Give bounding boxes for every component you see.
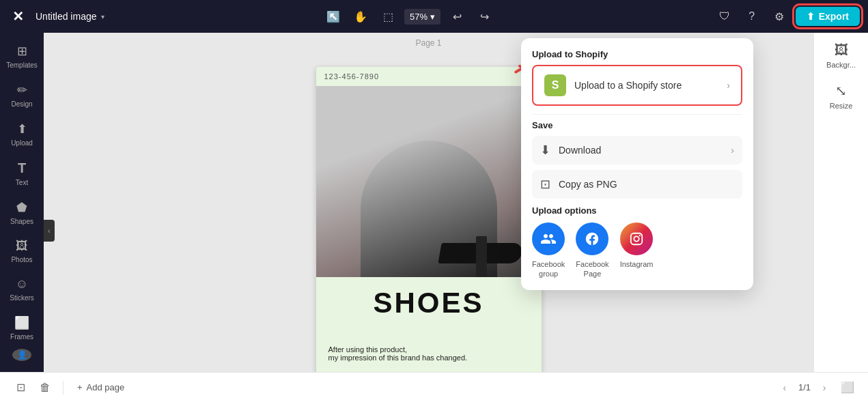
download-row[interactable]: ⬇ Download › — [532, 136, 742, 164]
thumbnail-view-button[interactable]: ⊡ — [11, 378, 30, 397]
sidebar-item-text[interactable]: T Text — [3, 155, 41, 192]
topbar: ✕ Untitled image ▾ ↖️ ✋ ⬚ 57% ▾ ↩ ↪ 🛡 ? … — [0, 0, 868, 33]
sidebar-item-upload[interactable]: ⬆ Upload — [3, 116, 41, 152]
sidebar-templates-label: Templates — [6, 61, 38, 69]
download-label: Download — [559, 145, 723, 156]
copy-png-label: Copy as PNG — [559, 179, 734, 190]
shapes-icon: ⬟ — [16, 200, 27, 215]
sidebar-item-templates[interactable]: ⊞ Templates — [3, 38, 41, 74]
add-page-button[interactable]: + Add page — [72, 379, 130, 395]
help-icon-button[interactable]: ? — [741, 5, 763, 27]
topbar-right: 🛡 ? ⚙ ⬆ Export — [714, 5, 860, 27]
shopify-logo-icon: S — [544, 74, 566, 96]
design-icon: ✏ — [17, 83, 27, 98]
sidebar-item-shapes[interactable]: ⬟ Shapes — [3, 195, 41, 231]
left-sidebar: ⊞ Templates ✏ Design ⬆ Upload T Text ⬟ S… — [0, 33, 44, 372]
sidebar-photos-label: Photos — [11, 256, 32, 263]
resize-icon: ⤡ — [835, 83, 847, 99]
phone-number: 123-456-7890 — [316, 67, 542, 86]
zoom-value: 57% — [410, 12, 428, 22]
prev-page-button[interactable]: ‹ — [776, 379, 793, 396]
user-avatar[interactable]: 👤 — [12, 349, 31, 361]
bottom-divider-1 — [63, 381, 64, 394]
sidebar-expand-button[interactable]: ‹ — [44, 220, 55, 242]
shoes-text: SHOES — [316, 287, 542, 319]
sidebar-text-label: Text — [16, 179, 28, 186]
design-canvas[interactable]: ++ 123-456-7890 SHOES After using this p… — [316, 67, 542, 372]
resize-label: Resize — [830, 102, 853, 110]
background-label: Backgr... — [826, 61, 856, 69]
upload-icon: ⬆ — [17, 121, 27, 137]
frames-icon: ⬜ — [14, 315, 29, 330]
export-dropdown: Upload to Shopify S Upload to a Shopify … — [521, 38, 753, 290]
page-counter: 1/1 — [798, 382, 811, 392]
delete-page-button[interactable]: 🗑 — [36, 378, 55, 397]
shoe-visual — [316, 86, 542, 277]
text-icon: T — [18, 160, 26, 176]
sidebar-frames-label: Frames — [10, 333, 33, 341]
upload-icons-row: Facebookgroup FacebookPage Instagram — [532, 222, 742, 279]
canvas-area: Page 1 ‹ ++ 123-456-7890 SHOES — [44, 33, 813, 372]
download-icon: ⬇ — [540, 143, 550, 158]
select-tool-button[interactable]: ↖️ — [322, 5, 344, 27]
redo-button[interactable]: ↪ — [473, 5, 495, 27]
instagram-label: Instagram — [620, 259, 654, 269]
upload-options-title: Upload options — [532, 205, 742, 216]
main-area: ⊞ Templates ✏ Design ⬆ Upload T Text ⬟ S… — [0, 33, 868, 372]
add-page-icon: + — [77, 382, 83, 392]
save-section-title: Save — [532, 120, 742, 130]
facebook-group-label: Facebookgroup — [532, 259, 565, 279]
shopify-upload-card[interactable]: S Upload to a Shopify store › — [532, 65, 742, 106]
bottombar: ⊡ 🗑 + Add page ‹ 1/1 › ⬜ — [0, 372, 868, 402]
copy-png-row[interactable]: ⊡ Copy as PNG — [532, 170, 742, 199]
zoom-chevron-icon: ▾ — [430, 12, 435, 22]
background-icon: 🖼 — [835, 42, 848, 58]
instagram-item[interactable]: Instagram — [620, 222, 654, 269]
app-logo: ✕ — [8, 7, 27, 26]
photos-icon: 🖼 — [16, 239, 28, 253]
facebook-group-icon — [532, 222, 565, 255]
stickers-icon: ☺ — [16, 277, 28, 291]
facebook-page-icon — [576, 222, 608, 255]
export-label: Export — [819, 11, 849, 22]
export-icon: ⬆ — [807, 11, 815, 22]
facebook-page-label: FacebookPage — [576, 259, 608, 279]
zoom-control[interactable]: 57% ▾ — [404, 9, 440, 25]
divider-1 — [532, 114, 742, 115]
add-page-label: Add page — [87, 382, 125, 392]
templates-icon: ⊞ — [17, 44, 27, 59]
sidebar-item-photos[interactable]: 🖼 Photos — [3, 233, 41, 269]
frame-tool-button[interactable]: ⬚ — [377, 5, 399, 27]
sidebar-shapes-label: Shapes — [10, 218, 33, 225]
background-panel-item[interactable]: 🖼 Backgr... — [820, 38, 863, 73]
sidebar-item-design[interactable]: ✏ Design — [3, 77, 41, 113]
resize-panel-item[interactable]: ⤡ Resize — [820, 78, 863, 114]
download-arrow-icon: › — [731, 145, 734, 156]
sidebar-stickers-label: Stickers — [10, 294, 34, 302]
facebook-group-item[interactable]: Facebookgroup — [532, 222, 565, 279]
facebook-page-item[interactable]: FacebookPage — [576, 222, 608, 279]
shopify-arrow-icon: › — [727, 80, 730, 91]
toolbar-center: ↖️ ✋ ⬚ 57% ▾ ↩ ↪ — [113, 5, 705, 27]
fit-button[interactable]: ⬜ — [838, 378, 857, 397]
page-navigation: ‹ 1/1 › — [776, 379, 832, 396]
sidebar-item-frames[interactable]: ⬜ Frames — [3, 310, 41, 346]
sidebar-item-stickers[interactable]: ☺ Stickers — [3, 272, 41, 307]
next-page-button[interactable]: › — [816, 379, 832, 396]
sidebar-design-label: Design — [11, 100, 32, 108]
title-chevron-icon: ▾ — [101, 13, 104, 20]
sidebar-upload-label: Upload — [11, 139, 33, 147]
instagram-icon — [620, 222, 653, 255]
shield-icon-button[interactable]: 🛡 — [714, 5, 736, 27]
document-title[interactable]: Untitled image ▾ — [36, 11, 104, 22]
shopify-cta-text: Upload to a Shopify store — [574, 80, 718, 91]
shopify-section-title: Upload to Shopify — [532, 49, 742, 59]
tagline-line1: After using this product, — [328, 345, 468, 354]
settings-icon-button[interactable]: ⚙ — [768, 5, 790, 27]
undo-button[interactable]: ↩ — [446, 5, 468, 27]
hand-tool-button[interactable]: ✋ — [350, 5, 372, 27]
tagline-line2: my impression of this brand has changed. — [328, 354, 468, 362]
export-button[interactable]: ⬆ Export — [796, 7, 860, 26]
tagline: After using this product, my impression … — [328, 345, 468, 362]
shoes-image — [316, 86, 542, 277]
